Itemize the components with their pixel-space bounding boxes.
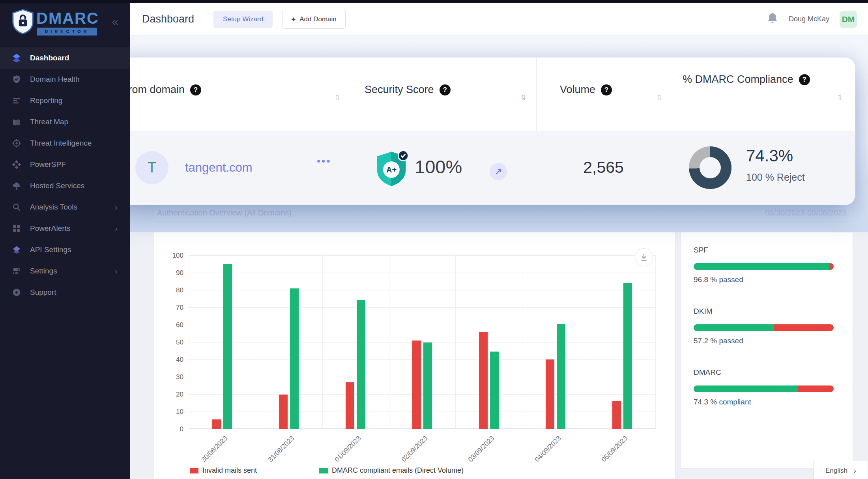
dmarc-progress-bar: [694, 385, 834, 392]
sort-icon[interactable]: ↑↓: [837, 92, 840, 102]
sidebar-menu: Dashboard Domain Health Reporting Threat…: [0, 47, 130, 303]
map-icon: [12, 117, 21, 127]
domain-link[interactable]: tangent.com: [185, 161, 253, 175]
magnifier-icon: [12, 202, 21, 212]
help-icon[interactable]: ?: [799, 74, 810, 85]
user-avatar[interactable]: DM: [840, 11, 857, 28]
row-actions-menu-icon[interactable]: •••: [317, 155, 331, 167]
report-lines-icon: [12, 96, 21, 105]
sidebar-item-settings[interactable]: Settings ›: [0, 260, 130, 282]
sidebar-item-support[interactable]: Support: [0, 282, 130, 303]
stat-dkim: DKIM 57.2 % passed: [694, 307, 840, 345]
compliance-percentage: 74.3%: [746, 146, 793, 165]
setup-wizard-button[interactable]: Setup Wizard: [213, 11, 273, 28]
chevron-right-icon: ›: [115, 224, 118, 233]
topbar: Dashboard Setup Wizard +Add Domain Doug …: [130, 3, 868, 36]
compliance-donut-chart: [689, 146, 731, 189]
chevron-right-icon: ›: [115, 203, 118, 212]
chevron-right-icon: ›: [115, 267, 118, 276]
stat-dmarc: DMARC 74.3 % compliant: [694, 368, 840, 406]
user-name[interactable]: Doug McKay: [789, 15, 829, 23]
sort-icon-active-desc[interactable]: ↑↓: [520, 92, 524, 102]
help-icon[interactable]: ?: [440, 84, 451, 95]
security-score-value: 100%: [415, 156, 462, 178]
sidebar-collapse-icon[interactable]: «: [112, 15, 118, 28]
stat-spf: SPF 96.8 % passed: [694, 246, 840, 284]
column-header-volume[interactable]: Volume ? ↑↓: [536, 58, 671, 131]
column-header-dmarc-compliance[interactable]: % DMARC Compliance ? ↑↓: [671, 58, 855, 131]
sort-icon[interactable]: ↑↓: [335, 92, 338, 102]
language-label: English: [825, 467, 847, 475]
download-chart-button[interactable]: [635, 248, 653, 266]
domain-avatar: T: [135, 151, 168, 184]
table-row-tangent[interactable]: T tangent.com ••• A+ 100% ↗ 2,565 74.3%: [112, 131, 855, 205]
diamonds-icon: [12, 160, 21, 169]
sidebar-item-threat-map[interactable]: Threat Map: [0, 111, 130, 133]
sidebar-item-powerspf[interactable]: PowerSPF: [0, 154, 130, 175]
external-link-icon[interactable]: ↗: [490, 163, 507, 180]
topbar-divider: [203, 13, 203, 26]
window-top-strip: [0, 0, 868, 3]
sidebar-item-analysis-tools[interactable]: Analysis Tools ›: [0, 196, 130, 218]
chevron-right-icon: ›: [854, 467, 856, 475]
dkim-progress-bar: [694, 324, 834, 331]
volume-value: 2,565: [536, 158, 671, 177]
sidebar: DMARC DIRECTOR « Dashboard Domain Health…: [0, 3, 130, 479]
compliance-policy: 100 % Reject: [746, 172, 805, 183]
layers-icon: [12, 53, 21, 63]
target-icon: [12, 138, 21, 148]
column-header-security-score[interactable]: Security Score ? ↑↓: [352, 58, 536, 131]
sidebar-item-threat-intelligence[interactable]: Threat Intelligence: [0, 133, 130, 154]
help-icon[interactable]: ?: [601, 84, 612, 95]
column-header-from-domain[interactable]: From domain ? ↑↓: [112, 58, 352, 131]
legend-item: Invalid mails sent: [190, 466, 257, 475]
shield-check-icon: [12, 75, 21, 84]
language-selector[interactable]: English ›: [814, 461, 868, 479]
sidebar-item-hosted-services[interactable]: Hosted Services: [0, 175, 130, 196]
spf-progress-bar: [694, 263, 834, 270]
brand-name: DMARC: [36, 9, 99, 27]
page-title: Dashboard: [142, 13, 194, 25]
chart-legend: Invalid mails sentDMARC compliant emails…: [154, 466, 676, 477]
domains-table-card: From domain ? ↑↓ Security Score ? ↑↓ Vol…: [111, 57, 855, 205]
sort-icon[interactable]: ↑↓: [657, 92, 660, 102]
y-axis-labels: 0102030405060708090100: [154, 255, 183, 429]
x-axis-labels: 30/08/202331/08/202301/09/202302/09/2023…: [189, 255, 655, 429]
sidebar-item-dashboard[interactable]: Dashboard: [0, 47, 130, 69]
authentication-chart-card: 0102030405060708090100 30/08/202331/08/2…: [154, 232, 675, 479]
brand-subname: DIRECTOR: [37, 28, 97, 36]
table-header-row: From domain ? ↑↓ Security Score ? ↑↓ Vol…: [112, 58, 855, 131]
grid-icon: [12, 224, 21, 233]
brand-logo[interactable]: DMARC DIRECTOR «: [0, 6, 130, 39]
plus-icon: +: [291, 15, 296, 24]
add-domain-button[interactable]: +Add Domain: [282, 10, 346, 29]
sidebar-item-api-settings[interactable]: API Settings: [0, 239, 130, 260]
auth-stats-panel: SPF 96.8 % passed DKIM 57.2 % passed DMA…: [681, 232, 853, 469]
sidebar-item-poweralerts[interactable]: PowerAlerts ›: [0, 218, 130, 239]
cloud-icon: [12, 181, 21, 191]
help-icon[interactable]: ?: [190, 84, 201, 95]
diamond-icon: [12, 245, 21, 254]
shield-lock-logo-icon: [11, 9, 35, 36]
support-bolt-icon: [12, 288, 21, 297]
notification-bell-icon[interactable]: [767, 12, 778, 26]
toggles-icon: [12, 266, 21, 276]
security-score-shield-icon: A+: [373, 150, 410, 191]
svg-text:A+: A+: [386, 165, 397, 174]
sidebar-item-reporting[interactable]: Reporting: [0, 90, 130, 111]
legend-item: DMARC compliant emails (Direct Volume): [319, 466, 464, 475]
sidebar-item-domain-health[interactable]: Domain Health: [0, 69, 130, 90]
dmarc-director-app: DMARC DIRECTOR « Dashboard Domain Health…: [0, 0, 868, 479]
